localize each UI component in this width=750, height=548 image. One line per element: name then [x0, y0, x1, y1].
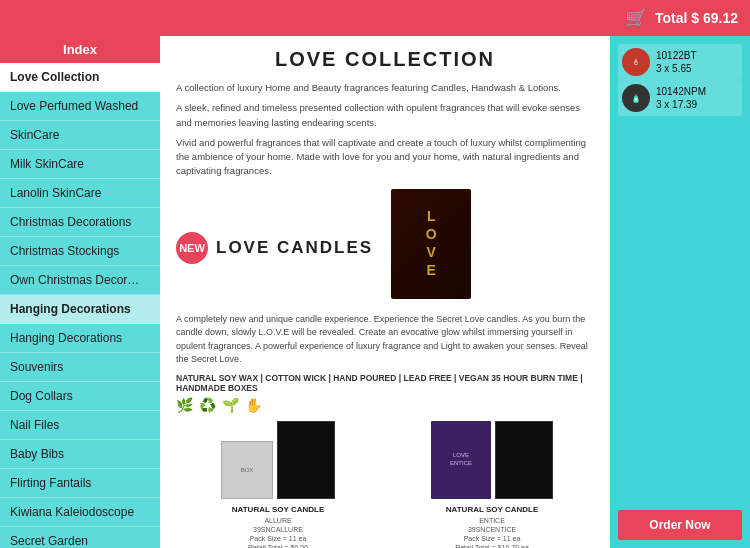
allure-images: BOX [221, 421, 335, 499]
entice-name: NATURAL SOY CANDLE [446, 505, 538, 514]
cart-item-2-icon: 🧴 [622, 84, 650, 112]
sidebar-item-own-christmas-decor[interactable]: Own Christmas Decor… [0, 266, 160, 295]
cart-item-1-icon: 🕯 [622, 48, 650, 76]
sidebar-item-kiwiana[interactable]: Kiwiana Kaleiodoscope [0, 498, 160, 527]
cart-icon: 🛒 [625, 7, 647, 29]
leaf-icon: 🌿 [176, 397, 193, 413]
sidebar-item-skincare[interactable]: SkinCare [0, 121, 160, 150]
sidebar-item-hanging-decorations-2[interactable]: Hanging Decorations [0, 324, 160, 353]
description-1: A collection of luxury Home and Beauty f… [176, 81, 594, 95]
right-spacer [618, 116, 742, 510]
vegan-icon: 🌱 [222, 397, 239, 413]
cart-item-1: 🕯 10122BT 3 x 5.65 [618, 44, 742, 80]
right-panel-inner: 🕯 10122BT 3 x 5.65 🧴 10142NPM 3 x 17.39 … [618, 44, 742, 540]
product-entice: LOVEENTICE NATURAL SOY CANDLE ENTICE 39S… [390, 421, 594, 549]
allure-name: NATURAL SOY CANDLE [232, 505, 324, 514]
love-text: LOVE [423, 208, 439, 280]
sidebar-item-flirting-fantails[interactable]: Flirting Fantails [0, 469, 160, 498]
candle-section-header: NEW LOVE CANDLES LOVE [176, 189, 594, 307]
page-title: LOVE COLLECTION [176, 48, 594, 71]
allure-candle-image [277, 421, 335, 499]
cart-item-2-text: 10142NPM 3 x 17.39 [656, 85, 706, 111]
handmade-icon: ✋ [245, 397, 262, 413]
main-layout: Index Love Collection Love Perfumed Wash… [0, 36, 750, 548]
sidebar-header: Index [0, 36, 160, 63]
entice-box-image: LOVEENTICE [431, 421, 491, 499]
allure-sub: ALLURE 39SNCALLURE Pack Size = 11 ea Ret… [232, 516, 324, 549]
entice-label: NATURAL SOY CANDLE ENTICE 39SNCENTICE Pa… [446, 505, 538, 549]
right-panel: 🕯 10122BT 3 x 5.65 🧴 10142NPM 3 x 17.39 … [610, 36, 750, 548]
sidebar-item-lanolin-skincare[interactable]: Lanolin SkinCare [0, 179, 160, 208]
sidebar-item-souvenirs[interactable]: Souvenirs [0, 353, 160, 382]
product-grid: BOX NATURAL SOY CANDLE ALLURE 39SNCALLUR… [176, 421, 594, 549]
sidebar-item-secret-garden[interactable]: Secret Garden [0, 527, 160, 548]
sidebar-item-christmas-stockings[interactable]: Christmas Stockings [0, 237, 160, 266]
love-candle-hero-image: LOVE [391, 189, 471, 299]
sidebar-item-christmas-decorations[interactable]: Christmas Decorations [0, 208, 160, 237]
sidebar-item-dog-collars[interactable]: Dog Collars [0, 382, 160, 411]
sidebar-item-love-collection[interactable]: Love Collection [0, 63, 160, 92]
description-3: Vivid and powerful fragrances that will … [176, 136, 594, 179]
candle-description: A completely new and unique candle exper… [176, 313, 594, 367]
description-2: A sleek, refined and timeless presented … [176, 101, 594, 130]
sidebar: Index Love Collection Love Perfumed Wash… [0, 36, 160, 548]
allure-label: NATURAL SOY CANDLE ALLURE 39SNCALLURE Pa… [232, 505, 324, 549]
sidebar-item-nail-files[interactable]: Nail Files [0, 411, 160, 440]
cart-item-2: 🧴 10142NPM 3 x 17.39 [618, 80, 742, 116]
candle-specs: NATURAL SOY WAX | COTTON WICK | HAND POU… [176, 373, 594, 393]
icons-row: 🌿 ♻️ 🌱 ✋ [176, 397, 594, 413]
product-allure: BOX NATURAL SOY CANDLE ALLURE 39SNCALLUR… [176, 421, 380, 549]
candle-section-title: LOVE CANDLES [216, 238, 373, 258]
allure-box-image: BOX [221, 441, 273, 499]
entice-images: LOVEENTICE [431, 421, 553, 499]
order-now-button[interactable]: Order Now [618, 510, 742, 540]
sidebar-item-baby-bibs[interactable]: Baby Bibs [0, 440, 160, 469]
cart-item-1-text: 10122BT 3 x 5.65 [656, 49, 697, 75]
recycle-icon: ♻️ [199, 397, 216, 413]
sidebar-item-hanging-decorations-1[interactable]: Hanging Decorations [0, 295, 160, 324]
header-total: Total $ 69.12 [655, 10, 738, 26]
sidebar-item-love-perfumed[interactable]: Love Perfumed Washed [0, 92, 160, 121]
sidebar-item-milk-skincare[interactable]: Milk SkinCare [0, 150, 160, 179]
entice-label-text: LOVEENTICE [450, 452, 472, 468]
new-badge: NEW [176, 232, 208, 264]
entice-candle-image [495, 421, 553, 499]
center-content: LOVE COLLECTION A collection of luxury H… [160, 36, 610, 548]
entice-sub: ENTICE 39SNCENTICE Pack Size = 11 ea Ret… [446, 516, 538, 549]
header: 🛒 Total $ 69.12 [0, 0, 750, 36]
